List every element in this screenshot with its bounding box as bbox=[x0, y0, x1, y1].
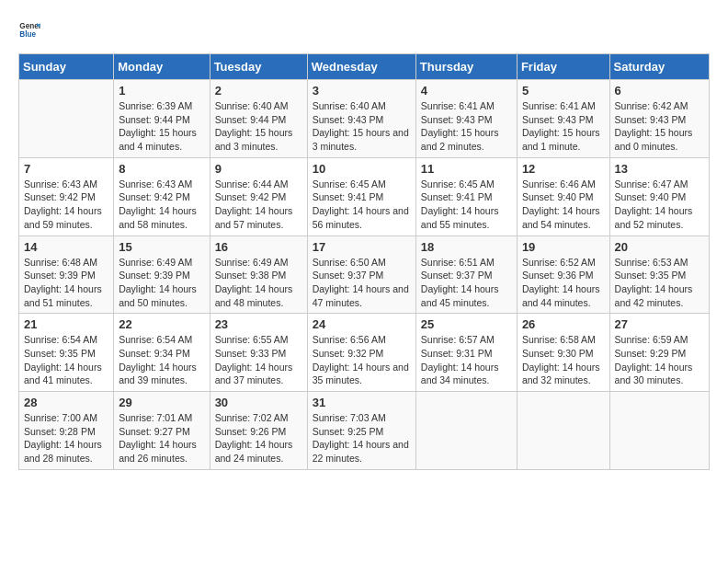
day-info: Sunrise: 6:43 AM Sunset: 9:42 PM Dayligh… bbox=[119, 178, 204, 232]
calendar-week-row: 1 Sunrise: 6:39 AM Sunset: 9:44 PM Dayli… bbox=[19, 80, 710, 158]
day-info: Sunrise: 6:50 AM Sunset: 9:37 PM Dayligh… bbox=[313, 256, 411, 310]
calendar-cell: 2 Sunrise: 6:40 AM Sunset: 9:44 PM Dayli… bbox=[210, 80, 307, 158]
day-number: 4 bbox=[421, 84, 512, 98]
calendar-cell bbox=[19, 80, 114, 158]
calendar-cell: 8 Sunrise: 6:43 AM Sunset: 9:42 PM Dayli… bbox=[114, 157, 210, 236]
day-info: Sunrise: 6:51 AM Sunset: 9:37 PM Dayligh… bbox=[421, 256, 512, 310]
day-number: 26 bbox=[522, 317, 605, 331]
day-info: Sunrise: 6:47 AM Sunset: 9:40 PM Dayligh… bbox=[615, 178, 704, 232]
column-header-wednesday: Wednesday bbox=[307, 54, 415, 80]
day-number: 16 bbox=[215, 240, 302, 254]
calendar-cell: 21 Sunrise: 6:54 AM Sunset: 9:35 PM Dayl… bbox=[19, 314, 114, 392]
calendar-cell: 12 Sunrise: 6:46 AM Sunset: 9:40 PM Dayl… bbox=[517, 157, 609, 236]
calendar-week-row: 21 Sunrise: 6:54 AM Sunset: 9:35 PM Dayl… bbox=[19, 314, 710, 392]
calendar-cell: 25 Sunrise: 6:57 AM Sunset: 9:31 PM Dayl… bbox=[415, 314, 517, 392]
calendar-cell: 3 Sunrise: 6:40 AM Sunset: 9:43 PM Dayli… bbox=[307, 80, 415, 158]
day-info: Sunrise: 6:53 AM Sunset: 9:35 PM Dayligh… bbox=[615, 256, 704, 310]
calendar-cell: 30 Sunrise: 7:02 AM Sunset: 9:26 PM Dayl… bbox=[210, 392, 307, 470]
day-number: 8 bbox=[119, 162, 204, 176]
logo: General Blue bbox=[18, 18, 40, 44]
day-number: 18 bbox=[421, 240, 512, 254]
calendar-cell: 13 Sunrise: 6:47 AM Sunset: 9:40 PM Dayl… bbox=[609, 157, 709, 236]
day-info: Sunrise: 7:03 AM Sunset: 9:25 PM Dayligh… bbox=[313, 411, 411, 465]
calendar-cell bbox=[609, 392, 709, 470]
calendar-cell bbox=[415, 392, 517, 470]
calendar-cell: 5 Sunrise: 6:41 AM Sunset: 9:43 PM Dayli… bbox=[517, 80, 609, 158]
day-info: Sunrise: 6:44 AM Sunset: 9:42 PM Dayligh… bbox=[215, 178, 302, 232]
day-info: Sunrise: 6:54 AM Sunset: 9:34 PM Dayligh… bbox=[119, 333, 204, 387]
day-info: Sunrise: 6:41 AM Sunset: 9:43 PM Dayligh… bbox=[522, 99, 605, 154]
day-number: 20 bbox=[615, 240, 704, 254]
calendar-cell: 28 Sunrise: 7:00 AM Sunset: 9:28 PM Dayl… bbox=[19, 392, 114, 470]
day-info: Sunrise: 6:40 AM Sunset: 9:44 PM Dayligh… bbox=[215, 99, 302, 154]
day-info: Sunrise: 6:49 AM Sunset: 9:38 PM Dayligh… bbox=[215, 256, 302, 310]
day-number: 17 bbox=[313, 240, 411, 254]
calendar-cell: 9 Sunrise: 6:44 AM Sunset: 9:42 PM Dayli… bbox=[210, 157, 307, 236]
column-header-friday: Friday bbox=[517, 54, 609, 80]
day-info: Sunrise: 6:46 AM Sunset: 9:40 PM Dayligh… bbox=[522, 178, 605, 232]
day-number: 29 bbox=[119, 396, 204, 409]
calendar-cell: 1 Sunrise: 6:39 AM Sunset: 9:44 PM Dayli… bbox=[114, 80, 210, 158]
day-number: 21 bbox=[24, 317, 108, 331]
svg-text:Blue: Blue bbox=[19, 30, 36, 39]
day-number: 11 bbox=[421, 162, 512, 176]
calendar-cell: 31 Sunrise: 7:03 AM Sunset: 9:25 PM Dayl… bbox=[307, 392, 415, 470]
day-number: 30 bbox=[215, 396, 302, 409]
day-number: 7 bbox=[24, 162, 108, 176]
calendar-cell bbox=[517, 392, 609, 470]
day-info: Sunrise: 6:40 AM Sunset: 9:43 PM Dayligh… bbox=[313, 99, 411, 154]
day-info: Sunrise: 6:39 AM Sunset: 9:44 PM Dayligh… bbox=[119, 99, 204, 154]
day-number: 19 bbox=[522, 240, 605, 254]
calendar-cell: 6 Sunrise: 6:42 AM Sunset: 9:43 PM Dayli… bbox=[609, 80, 709, 158]
calendar-cell: 11 Sunrise: 6:45 AM Sunset: 9:41 PM Dayl… bbox=[415, 157, 517, 236]
day-number: 9 bbox=[215, 162, 302, 176]
logo-image: General Blue bbox=[18, 18, 40, 44]
day-info: Sunrise: 6:54 AM Sunset: 9:35 PM Dayligh… bbox=[24, 333, 108, 387]
day-info: Sunrise: 6:56 AM Sunset: 9:32 PM Dayligh… bbox=[313, 333, 411, 387]
calendar-cell: 18 Sunrise: 6:51 AM Sunset: 9:37 PM Dayl… bbox=[415, 236, 517, 314]
calendar-cell: 23 Sunrise: 6:55 AM Sunset: 9:33 PM Dayl… bbox=[210, 314, 307, 392]
day-number: 27 bbox=[615, 317, 704, 331]
column-header-tuesday: Tuesday bbox=[210, 54, 307, 80]
calendar-cell: 26 Sunrise: 6:58 AM Sunset: 9:30 PM Dayl… bbox=[517, 314, 609, 392]
calendar-cell: 20 Sunrise: 6:53 AM Sunset: 9:35 PM Dayl… bbox=[609, 236, 709, 314]
day-number: 23 bbox=[215, 317, 302, 331]
day-info: Sunrise: 6:41 AM Sunset: 9:43 PM Dayligh… bbox=[421, 99, 512, 154]
day-info: Sunrise: 6:55 AM Sunset: 9:33 PM Dayligh… bbox=[215, 333, 302, 387]
day-info: Sunrise: 6:42 AM Sunset: 9:43 PM Dayligh… bbox=[615, 99, 704, 154]
day-info: Sunrise: 6:45 AM Sunset: 9:41 PM Dayligh… bbox=[421, 178, 512, 232]
day-info: Sunrise: 6:59 AM Sunset: 9:29 PM Dayligh… bbox=[615, 333, 704, 387]
calendar-cell: 17 Sunrise: 6:50 AM Sunset: 9:37 PM Dayl… bbox=[307, 236, 415, 314]
calendar-cell: 19 Sunrise: 6:52 AM Sunset: 9:36 PM Dayl… bbox=[517, 236, 609, 314]
calendar-cell: 7 Sunrise: 6:43 AM Sunset: 9:42 PM Dayli… bbox=[19, 157, 114, 236]
day-info: Sunrise: 6:45 AM Sunset: 9:41 PM Dayligh… bbox=[313, 178, 411, 232]
day-info: Sunrise: 7:02 AM Sunset: 9:26 PM Dayligh… bbox=[215, 411, 302, 465]
day-number: 28 bbox=[24, 396, 108, 409]
calendar-week-row: 14 Sunrise: 6:48 AM Sunset: 9:39 PM Dayl… bbox=[19, 236, 710, 314]
day-number: 31 bbox=[313, 396, 411, 409]
day-info: Sunrise: 6:48 AM Sunset: 9:39 PM Dayligh… bbox=[24, 256, 108, 310]
day-info: Sunrise: 6:52 AM Sunset: 9:36 PM Dayligh… bbox=[522, 256, 605, 310]
column-header-monday: Monday bbox=[114, 54, 210, 80]
column-header-saturday: Saturday bbox=[609, 54, 709, 80]
calendar-cell: 22 Sunrise: 6:54 AM Sunset: 9:34 PM Dayl… bbox=[114, 314, 210, 392]
day-number: 5 bbox=[522, 84, 605, 98]
day-number: 12 bbox=[522, 162, 605, 176]
calendar-cell: 27 Sunrise: 6:59 AM Sunset: 9:29 PM Dayl… bbox=[609, 314, 709, 392]
day-info: Sunrise: 6:58 AM Sunset: 9:30 PM Dayligh… bbox=[522, 333, 605, 387]
calendar-cell: 24 Sunrise: 6:56 AM Sunset: 9:32 PM Dayl… bbox=[307, 314, 415, 392]
calendar-cell: 4 Sunrise: 6:41 AM Sunset: 9:43 PM Dayli… bbox=[415, 80, 517, 158]
day-info: Sunrise: 6:49 AM Sunset: 9:39 PM Dayligh… bbox=[119, 256, 204, 310]
day-number: 22 bbox=[119, 317, 204, 331]
column-header-thursday: Thursday bbox=[415, 54, 517, 80]
day-number: 2 bbox=[215, 84, 302, 98]
calendar-cell: 29 Sunrise: 7:01 AM Sunset: 9:27 PM Dayl… bbox=[114, 392, 210, 470]
day-number: 3 bbox=[313, 84, 411, 98]
day-info: Sunrise: 7:01 AM Sunset: 9:27 PM Dayligh… bbox=[119, 411, 204, 465]
calendar-cell: 10 Sunrise: 6:45 AM Sunset: 9:41 PM Dayl… bbox=[307, 157, 415, 236]
day-number: 25 bbox=[421, 317, 512, 331]
day-number: 10 bbox=[313, 162, 411, 176]
column-header-sunday: Sunday bbox=[19, 54, 114, 80]
day-number: 13 bbox=[615, 162, 704, 176]
calendar-cell: 14 Sunrise: 6:48 AM Sunset: 9:39 PM Dayl… bbox=[19, 236, 114, 314]
